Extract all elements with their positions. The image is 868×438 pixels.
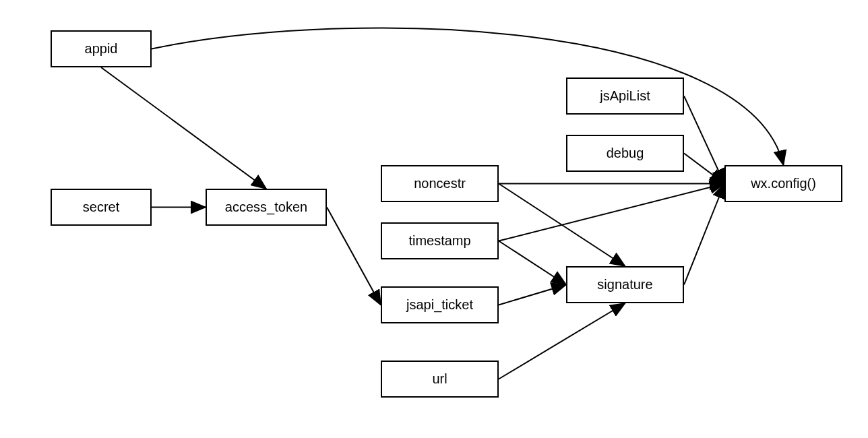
edge-appid-to-wxconfig (152, 28, 784, 165)
node-label-appid: appid (85, 41, 118, 57)
node-label-url: url (432, 371, 447, 387)
edge-signature-to-wxconfig (684, 184, 724, 285)
node-noncestr: noncestr (381, 165, 499, 202)
node-label-timestamp: timestamp (408, 233, 470, 249)
node-label-secret: secret (83, 199, 119, 215)
edge-timestamp-to-wxconfig (499, 184, 724, 241)
edge-noncestr-to-signature (499, 184, 625, 267)
node-access_token: access_token (206, 189, 327, 226)
edge-access_token-to-jsapi_ticket (327, 208, 381, 305)
node-label-signature: signature (597, 277, 652, 292)
node-appid: appid (51, 30, 152, 67)
node-signature: signature (566, 266, 684, 303)
node-jsapi_ticket: jsapi_ticket (381, 286, 499, 323)
node-secret: secret (51, 189, 152, 226)
edge-appid-to-access_token (101, 67, 266, 189)
edge-timestamp-to-signature (499, 241, 566, 285)
node-url: url (381, 361, 499, 398)
node-debug: debug (566, 135, 684, 172)
node-label-jsapi_ticket: jsapi_ticket (406, 297, 473, 313)
node-label-jsApiList: jsApiList (600, 88, 650, 104)
edge-jsapi_ticket-to-signature (499, 285, 566, 305)
node-jsApiList: jsApiList (566, 77, 684, 115)
node-label-noncestr: noncestr (414, 176, 466, 191)
node-wxconfig: wx.config() (724, 165, 842, 202)
edge-debug-to-wxconfig (684, 154, 724, 184)
node-label-debug: debug (607, 146, 644, 161)
node-label-wxconfig: wx.config() (751, 176, 816, 191)
node-timestamp: timestamp (381, 222, 499, 259)
node-label-access_token: access_token (225, 199, 307, 215)
edge-jsApiList-to-wxconfig (684, 96, 724, 184)
edge-url-to-signature (499, 303, 625, 379)
